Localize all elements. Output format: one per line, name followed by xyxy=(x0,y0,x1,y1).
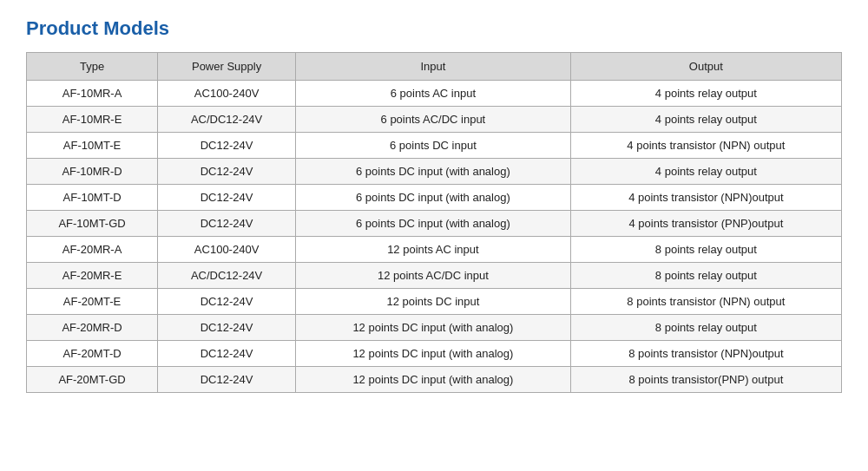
cell-input: 6 points DC input (with analog) xyxy=(296,159,571,185)
cell-type: AF-20MR-D xyxy=(27,315,158,341)
cell-power: DC12-24V xyxy=(158,341,296,367)
cell-output: 8 points relay output xyxy=(570,237,841,263)
cell-type: AF-10MT-GD xyxy=(27,211,158,237)
cell-input: 12 points AC/DC input xyxy=(296,263,571,289)
cell-type: AF-10MR-E xyxy=(27,107,158,133)
cell-power: DC12-24V xyxy=(158,315,296,341)
column-header: Input xyxy=(296,53,571,81)
cell-power: DC12-24V xyxy=(158,159,296,185)
cell-power: DC12-24V xyxy=(158,133,296,159)
cell-type: AF-10MR-A xyxy=(27,81,158,107)
cell-output: 4 points transistor (NPN) output xyxy=(570,133,841,159)
cell-output: 4 points transistor (NPN)output xyxy=(570,185,841,211)
page-title: Product Models xyxy=(26,17,842,40)
table-row: AF-20MR-DDC12-24V12 points DC input (wit… xyxy=(27,315,842,341)
cell-input: 12 points DC input (with analog) xyxy=(296,367,571,393)
cell-type: AF-10MT-E xyxy=(27,133,158,159)
table-row: AF-10MT-EDC12-24V6 points DC input4 poin… xyxy=(27,133,842,159)
table-row: AF-20MT-GDDC12-24V12 points DC input (wi… xyxy=(27,367,842,393)
table-row: AF-20MT-EDC12-24V12 points DC input8 poi… xyxy=(27,289,842,315)
cell-type: AF-20MT-GD xyxy=(27,367,158,393)
cell-power: DC12-24V xyxy=(158,367,296,393)
cell-input: 6 points DC input (with analog) xyxy=(296,211,571,237)
cell-output: 8 points transistor (NPN)output xyxy=(570,341,841,367)
cell-input: 6 points AC input xyxy=(296,81,571,107)
cell-input: 6 points AC/DC input xyxy=(296,107,571,133)
cell-input: 12 points DC input (with analog) xyxy=(296,315,571,341)
cell-output: 8 points relay output xyxy=(570,315,841,341)
table-row: AF-10MT-DDC12-24V6 points DC input (with… xyxy=(27,185,842,211)
cell-power: DC12-24V xyxy=(158,211,296,237)
cell-power: AC/DC12-24V xyxy=(158,107,296,133)
cell-output: 4 points relay output xyxy=(570,159,841,185)
cell-output: 8 points transistor (NPN) output xyxy=(570,289,841,315)
cell-input: 12 points DC input xyxy=(296,289,571,315)
cell-type: AF-20MR-A xyxy=(27,237,158,263)
table-row: AF-10MR-DDC12-24V6 points DC input (with… xyxy=(27,159,842,185)
table-row: AF-10MT-GDDC12-24V6 points DC input (wit… xyxy=(27,211,842,237)
table-row: AF-20MR-AAC100-240V12 points AC input8 p… xyxy=(27,237,842,263)
cell-input: 6 points DC input (with analog) xyxy=(296,185,571,211)
table-body: AF-10MR-AAC100-240V6 points AC input4 po… xyxy=(27,81,842,393)
cell-type: AF-10MR-D xyxy=(27,159,158,185)
table-row: AF-10MR-EAC/DC12-24V6 points AC/DC input… xyxy=(27,107,842,133)
cell-output: 8 points relay output xyxy=(570,263,841,289)
cell-input: 12 points DC input (with analog) xyxy=(296,341,571,367)
column-header: Power Supply xyxy=(158,53,296,81)
table-row: AF-10MR-AAC100-240V6 points AC input4 po… xyxy=(27,81,842,107)
cell-type: AF-20MR-E xyxy=(27,263,158,289)
cell-power: DC12-24V xyxy=(158,185,296,211)
cell-output: 4 points transistor (PNP)output xyxy=(570,211,841,237)
table-row: AF-20MR-EAC/DC12-24V12 points AC/DC inpu… xyxy=(27,263,842,289)
cell-output: 8 points transistor(PNP) output xyxy=(570,367,841,393)
column-header: Output xyxy=(570,53,841,81)
cell-type: AF-20MT-E xyxy=(27,289,158,315)
cell-power: DC12-24V xyxy=(158,289,296,315)
cell-type: AF-20MT-D xyxy=(27,341,158,367)
cell-input: 6 points DC input xyxy=(296,133,571,159)
cell-power: AC100-240V xyxy=(158,237,296,263)
column-header: Type xyxy=(27,53,158,81)
cell-power: AC/DC12-24V xyxy=(158,263,296,289)
product-models-table: TypePower SupplyInputOutput AF-10MR-AAC1… xyxy=(26,52,842,393)
table-row: AF-20MT-DDC12-24V12 points DC input (wit… xyxy=(27,341,842,367)
cell-power: AC100-240V xyxy=(158,81,296,107)
cell-type: AF-10MT-D xyxy=(27,185,158,211)
table-header-row: TypePower SupplyInputOutput xyxy=(27,53,842,81)
cell-output: 4 points relay output xyxy=(570,81,841,107)
cell-output: 4 points relay output xyxy=(570,107,841,133)
cell-input: 12 points AC input xyxy=(296,237,571,263)
